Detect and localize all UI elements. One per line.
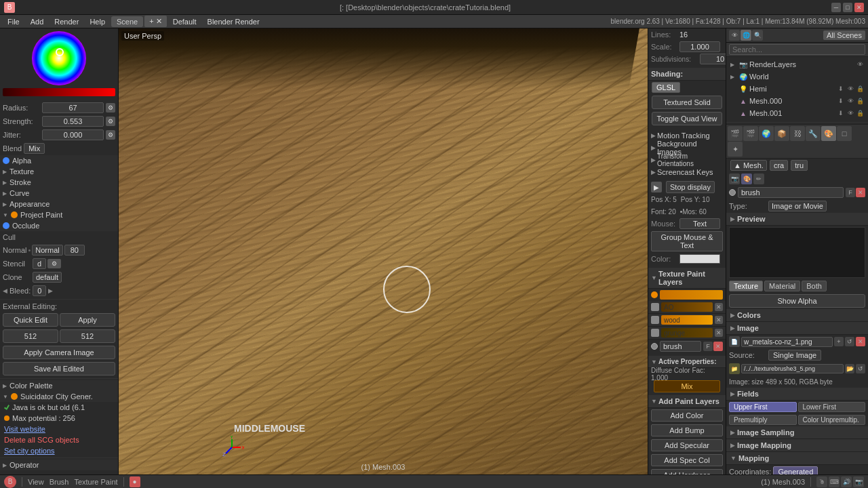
radius-lock-button[interactable]: ⚙ (106, 103, 115, 113)
view-menu[interactable]: View (28, 478, 44, 486)
strength-lock-button[interactable]: ⚙ (106, 117, 115, 126)
ol-render-layers[interactable]: ▶ 📷 RenderLayers 👁 (726, 58, 868, 70)
menu-file[interactable]: File (3, 16, 24, 27)
sb-icon-3[interactable]: 🔊 (841, 476, 852, 487)
save-all-edited-button[interactable]: Save All Edited (3, 362, 115, 375)
curve-section[interactable]: ▶ Curve (0, 188, 118, 199)
textured-solid-btn[interactable]: Textured Solid (652, 96, 722, 109)
minimize-button[interactable]: ─ (831, 3, 841, 12)
add-spec-col-btn[interactable]: Add Spec Col (651, 454, 723, 466)
sp-view-btn[interactable]: 👁 (729, 30, 740, 41)
ao-layer-remove[interactable]: ✕ (715, 303, 723, 311)
menu-help[interactable]: Help (85, 16, 110, 27)
pi-camera[interactable]: 📷 (729, 174, 740, 184)
color-red-bar[interactable] (3, 88, 115, 96)
jitter-input[interactable] (42, 129, 104, 140)
set-city-options-link[interactable]: Set city options (0, 445, 118, 456)
lower-first-btn[interactable]: Lower First (798, 402, 866, 412)
mesh000-vis-1[interactable]: ⬇ (837, 97, 845, 105)
preview-section[interactable]: ▶ Preview (726, 213, 868, 226)
obj-props-tab[interactable]: 📦 (774, 126, 789, 141)
menu-add[interactable]: Add (26, 16, 49, 27)
jitter-lock-button[interactable]: ⚙ (106, 130, 115, 140)
ol-mesh001[interactable]: ▲ Mesh.001 ⬇ 👁 🔒 (726, 107, 868, 119)
city-gen-section[interactable]: ▼ Suicidator City Gener. (0, 391, 118, 402)
maximize-button[interactable]: □ (843, 3, 852, 12)
screencast-row[interactable]: ▶ Screencast Keys (648, 166, 726, 178)
material-tab[interactable]: 🎨 (821, 126, 836, 141)
operator-section[interactable]: ▶ Operator (0, 460, 118, 470)
texture-tab-btn[interactable]: Texture (729, 281, 763, 291)
menu-default[interactable]: Default (168, 16, 201, 27)
texture-paint-menu[interactable]: Texture Paint (74, 478, 117, 486)
mesh001-vis-2[interactable]: 👁 (846, 109, 854, 117)
add-bump-btn[interactable]: Add Bump (651, 424, 723, 436)
texture-tab[interactable]: □ (837, 126, 852, 141)
both-tab-btn[interactable]: Both (802, 281, 827, 291)
grunge-layer[interactable]: grunge ✕ (648, 327, 726, 340)
ol-hemi[interactable]: 💡 Hemi ⬇ 👁 🔒 (726, 83, 868, 95)
appearance-section[interactable]: ▶ Appearance (0, 199, 118, 209)
menu-mode[interactable]: + ✕ (144, 16, 166, 27)
brush-add-btn[interactable]: F (703, 342, 713, 351)
hemi-vis-3[interactable]: 🔒 (856, 85, 864, 93)
texture-file-input[interactable]: /../../texturebrushe3_5.png (741, 364, 844, 373)
ol-mesh000[interactable]: ▲ Mesh.000 ⬇ 👁 🔒 (726, 95, 868, 107)
world-props-tab[interactable]: 🌍 (759, 126, 774, 141)
camera-image-button[interactable]: Apply Camera Image (3, 346, 115, 359)
play-button[interactable]: ▶ (651, 182, 662, 192)
mouse-type[interactable]: Text (679, 218, 720, 229)
mod-tab[interactable]: 🔧 (806, 126, 821, 141)
normal-dropdown[interactable]: Normal (32, 245, 62, 256)
fields-section[interactable]: ▶ Fields (726, 388, 868, 401)
bleed-value[interactable]: 0 (33, 285, 46, 296)
particles-tab[interactable]: ✦ (728, 142, 743, 157)
material-tab-btn[interactable]: Material (764, 281, 800, 291)
brush-name[interactable]: brush (660, 341, 701, 352)
group-mouse-btn[interactable]: Group Mouse & Text (651, 231, 723, 251)
viewport[interactable]: User Persp MIDDLEMOUSE X Y Z (1) Mesh.00… (119, 28, 648, 474)
sb-icon-1[interactable]: 🖱 (816, 476, 827, 487)
clone-value[interactable]: default (33, 272, 62, 283)
sb-icon-4[interactable]: 📷 (853, 476, 864, 487)
mesh000-vis-3[interactable]: 🔒 (856, 97, 864, 105)
wood-layer-remove[interactable]: ✕ (715, 316, 723, 324)
pi-pencil[interactable]: ✏ (753, 174, 764, 184)
statusbar-record-btn[interactable]: ● (130, 476, 140, 487)
transform-row[interactable]: ▶ Transform Orientations (648, 154, 726, 166)
mesh001-vis-1[interactable]: ⬇ (837, 109, 845, 117)
occlude-section[interactable]: Occlude (0, 220, 118, 231)
colors-section[interactable]: ▶ Colors (726, 309, 868, 322)
img-reload-btn[interactable]: ↺ (845, 337, 854, 346)
tru-btn[interactable]: tru (791, 160, 808, 171)
alpha-section[interactable]: Alpha (0, 155, 118, 166)
cra-btn[interactable]: cra (770, 160, 788, 171)
scene-search-input[interactable] (729, 44, 865, 55)
upper-first-btn[interactable]: Upper First (729, 402, 797, 412)
mesh000-vis-2[interactable]: 👁 (846, 97, 854, 105)
image-section[interactable]: ▶ Image (726, 322, 868, 335)
tex-reload-btn[interactable]: ↺ (856, 364, 865, 373)
brush-x-btn[interactable]: ✕ (856, 188, 865, 197)
wood-layer[interactable]: wood ✕ (648, 314, 726, 327)
hemi-vis-2[interactable]: 👁 (846, 85, 854, 93)
sp-scene-btn[interactable]: 🌐 (741, 30, 751, 41)
menu-render[interactable]: Render (50, 16, 83, 27)
normal-value[interactable]: 80 (64, 245, 85, 256)
menu-renderer[interactable]: Blender Render (203, 16, 264, 27)
toggle-quad-btn[interactable]: Toggle Quad View (652, 112, 722, 125)
stop-display-btn[interactable]: Stop display (666, 181, 715, 193)
add-paint-layers-header[interactable]: ▼ Add Paint Layers (648, 395, 726, 408)
all-scenes-btn[interactable]: All Scenes (823, 30, 865, 40)
constraint-tab[interactable]: ⛓ (790, 126, 805, 141)
ol-world[interactable]: ▶ 🌍 World (726, 70, 868, 83)
size1-input[interactable]: 512 (3, 329, 58, 343)
delete-scg-link[interactable]: Delete all SCG objects (0, 434, 118, 445)
source-dropdown[interactable]: Single Image (768, 350, 821, 361)
img-remove-btn[interactable]: ✕ (856, 337, 865, 346)
color-unpremultiply-btn[interactable]: Color Unpremultip. (798, 415, 866, 425)
brush-menu[interactable]: Brush (50, 478, 69, 486)
texture-paint-layers-header[interactable]: ▼ Texture Paint Layers (648, 268, 726, 289)
brush-remove-btn[interactable]: ✕ (713, 342, 723, 351)
image-movie-btn[interactable]: Image or Movie (768, 201, 827, 211)
